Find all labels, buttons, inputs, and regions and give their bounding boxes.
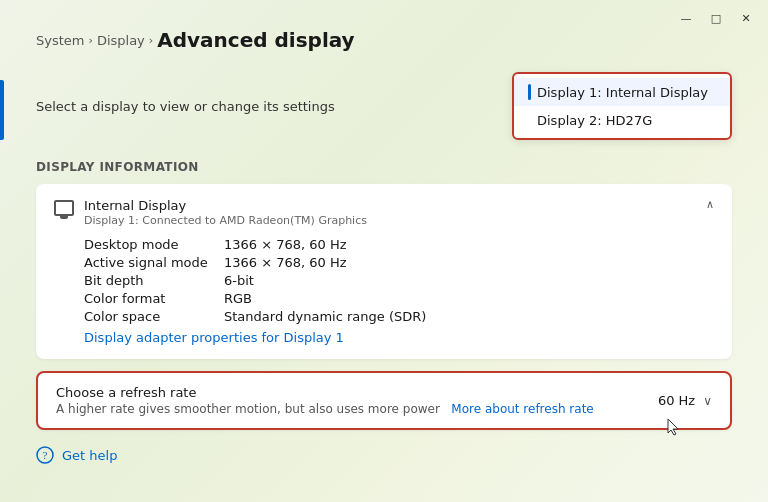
breadcrumb-sep2: › <box>149 34 153 47</box>
breadcrumb-system[interactable]: System <box>36 33 84 48</box>
row-label-bitdepth: Bit depth <box>84 273 224 288</box>
refresh-desc: A higher rate gives smoother motion, but… <box>56 402 594 416</box>
refresh-title: Choose a refresh rate <box>56 385 594 400</box>
select-display-row: Select a display to view or change its s… <box>36 72 732 140</box>
svg-text:?: ? <box>43 449 48 461</box>
row-label-signal: Active signal mode <box>84 255 224 270</box>
breadcrumb-sep1: › <box>88 34 92 47</box>
table-row: Active signal mode 1366 × 768, 60 Hz <box>84 255 714 270</box>
breadcrumb-display[interactable]: Display <box>97 33 145 48</box>
table-row: Bit depth 6-bit <box>84 273 714 288</box>
table-row: Color space Standard dynamic range (SDR) <box>84 309 714 324</box>
row-value-colorformat: RGB <box>224 291 252 306</box>
main-content: System › Display › Advanced display Sele… <box>0 0 768 484</box>
refresh-rate-value: 60 Hz <box>658 393 695 408</box>
refresh-rate-more-link[interactable]: More about refresh rate <box>451 402 593 416</box>
display-info-section-title: Display information <box>36 160 732 174</box>
breadcrumb: System › Display › Advanced display <box>36 28 732 52</box>
table-row: Desktop mode 1366 × 768, 60 Hz <box>84 237 714 252</box>
refresh-rate-card: Choose a refresh rate A higher rate give… <box>36 371 732 430</box>
row-value-colorspace: Standard dynamic range (SDR) <box>224 309 426 324</box>
selected-indicator <box>528 84 531 100</box>
display-header-left: Internal Display Display 1: Connected to… <box>54 198 367 227</box>
display-title-group: Internal Display Display 1: Connected to… <box>84 198 367 227</box>
row-value-bitdepth: 6-bit <box>224 273 254 288</box>
refresh-text-group: Choose a refresh rate A higher rate give… <box>56 385 594 416</box>
unselected-indicator <box>528 112 531 128</box>
collapse-icon[interactable]: ∧ <box>706 198 714 211</box>
display-option-1-label: Display 1: Internal Display <box>537 85 708 100</box>
row-value-signal: 1366 × 768, 60 Hz <box>224 255 347 270</box>
help-icon: ? <box>36 446 54 464</box>
row-label-colorformat: Color format <box>84 291 224 306</box>
refresh-rate-dropdown[interactable]: 60 Hz ∨ <box>632 393 712 408</box>
display-name: Internal Display <box>84 198 367 213</box>
monitor-icon <box>54 200 74 216</box>
get-help-label: Get help <box>62 448 117 463</box>
display-option-2[interactable]: Display 2: HD27G <box>514 106 730 134</box>
display-info-table: Desktop mode 1366 × 768, 60 Hz Active si… <box>54 237 714 324</box>
table-row: Color format RGB <box>84 291 714 306</box>
dropdown-chevron-icon: ∨ <box>703 394 712 408</box>
display-subtitle: Display 1: Connected to AMD Radeon(TM) G… <box>84 214 367 227</box>
select-display-label: Select a display to view or change its s… <box>36 99 335 114</box>
row-value-desktop: 1366 × 768, 60 Hz <box>224 237 347 252</box>
display-header: Internal Display Display 1: Connected to… <box>54 198 714 227</box>
row-label-desktop: Desktop mode <box>84 237 224 252</box>
display-dropdown[interactable]: Display 1: Internal Display Display 2: H… <box>512 72 732 140</box>
refresh-desc-text: A higher rate gives smoother motion, but… <box>56 402 440 416</box>
display-option-1[interactable]: Display 1: Internal Display <box>514 78 730 106</box>
row-label-colorspace: Color space <box>84 309 224 324</box>
breadcrumb-current: Advanced display <box>157 28 354 52</box>
display-option-2-label: Display 2: HD27G <box>537 113 652 128</box>
display-info-card: Internal Display Display 1: Connected to… <box>36 184 732 359</box>
adapter-properties-link[interactable]: Display adapter properties for Display 1 <box>54 330 714 345</box>
get-help-link[interactable]: ? Get help <box>36 446 732 464</box>
